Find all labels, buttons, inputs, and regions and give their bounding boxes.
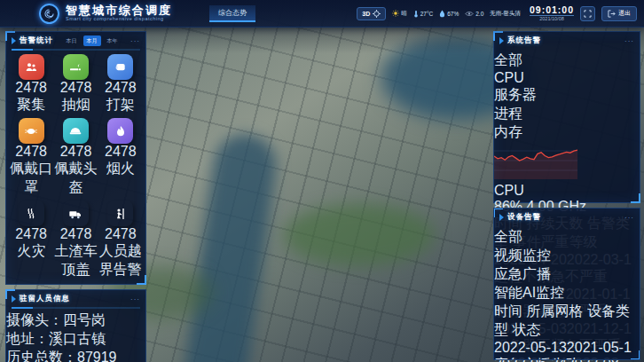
truck-icon: [63, 201, 89, 226]
3d-mode-toggle[interactable]: 3D: [357, 7, 386, 20]
divider: [12, 49, 140, 51]
tab-video-monitor[interactable]: 视频监控: [494, 247, 640, 265]
tab-ai-monitor[interactable]: 智能AI监控: [494, 284, 640, 303]
weather-forecast-text: 无雨-鳌头清: [490, 10, 521, 18]
panel-arrow-icon: [12, 37, 16, 44]
smoking-icon: [63, 54, 89, 80]
3d-label: 3D: [362, 11, 370, 17]
fullscreen-button[interactable]: [580, 6, 595, 21]
address-field: 地址：溪口古镇: [6, 330, 145, 349]
more-menu-icon[interactable]: ···: [130, 295, 140, 303]
humidity-icon: [439, 10, 445, 18]
alarm-stat-truck[interactable]: 2478 土渣车顶盖: [53, 201, 98, 279]
panel-title: 驻留人员信息: [20, 294, 70, 304]
flame-icon: [107, 118, 133, 144]
panel-device-alarm: 设备告警 ··· 全部 视频监控 应急广播 智能AI监控 时间 所属网格 设备类…: [493, 208, 640, 360]
camera-field: 摄像头：四号岗: [6, 311, 145, 330]
panel-resident-info: 驻留人员信息 ··· 摄像头：四号岗 地址：溪口古镇 历史总数：87919 实时…: [5, 289, 146, 362]
crowd-icon: [19, 54, 44, 80]
tab-all[interactable]: 全部: [494, 51, 640, 70]
more-menu-icon[interactable]: ···: [624, 37, 634, 45]
page-subtitle: Smart city comprehensive dispatching: [66, 17, 172, 22]
alarm-stat-fight[interactable]: 2478 打架: [98, 54, 143, 114]
tab-memory[interactable]: 内存: [494, 123, 640, 142]
top-header-bar: 智慧城市综合调度 Smart city comprehensive dispat…: [0, 0, 644, 28]
more-menu-icon[interactable]: ···: [130, 37, 140, 45]
cpu-chart-label: CPU: [494, 183, 640, 199]
panel-title: 设备告警: [507, 212, 541, 223]
thermometer-icon: [413, 10, 419, 18]
crosshair-icon: [373, 10, 381, 18]
tab-emergency-broadcast[interactable]: 应急广播: [494, 265, 640, 284]
table-header-row: 时间 所属网格 设备类型 状态: [494, 303, 640, 340]
panel-arrow-icon: [499, 37, 504, 44]
cpu-usage-chart: [494, 142, 640, 183]
history-total-bar: 历史总数：87919: [6, 349, 145, 362]
tab-server[interactable]: 服务器: [494, 86, 640, 105]
alarm-stat-mask[interactable]: 2478 佩戴口罩: [9, 118, 53, 197]
clock-time: 09:01:00: [530, 5, 574, 17]
divider: [12, 307, 140, 309]
mask-icon: [19, 118, 44, 144]
logout-button[interactable]: 退出: [601, 6, 637, 21]
panel-system-alarm: 系统告警 ··· 全部 CPU 服务器 进程 内存 CPU 86% 4.00 G…: [493, 31, 640, 203]
tab-overview[interactable]: 综合态势: [209, 5, 255, 22]
panel-arrow-icon: [12, 295, 16, 303]
alarm-stat-crowd[interactable]: 2478 聚集: [9, 54, 53, 114]
person-cross-icon: [107, 201, 133, 226]
alarm-stat-smoking[interactable]: 2478 抽烟: [53, 54, 98, 114]
logout-icon: [608, 10, 616, 18]
fullscreen-icon: [584, 10, 592, 18]
table-row[interactable]: 2022-05-132021-05-1应急广播失败: [494, 340, 640, 360]
tab-cpu[interactable]: CPU: [494, 70, 640, 86]
alarm-stat-smoke-fire[interactable]: 2478 烟火: [98, 118, 143, 197]
clock-date: 2021/10/08: [530, 17, 574, 22]
tab-process[interactable]: 进程: [494, 105, 640, 123]
clock-widget: 09:01:00 2021/10/08: [530, 5, 574, 22]
panel-alarm-statistics: 告警统计 本日 本月 本年 ··· 2478 聚集 2478 抽烟 2478: [5, 31, 146, 285]
tab-all[interactable]: 全部: [494, 228, 640, 247]
temperature-readout: 27°C: [413, 10, 434, 18]
fire-icon: [19, 201, 44, 226]
tab-this-year[interactable]: 本年: [104, 35, 122, 46]
tab-today[interactable]: 本日: [63, 35, 81, 46]
app-logo-icon: [39, 4, 59, 24]
sun-icon: [392, 10, 399, 17]
tab-this-month[interactable]: 本月: [83, 35, 101, 46]
alarm-stat-helmet[interactable]: 2478 佩戴头盔: [53, 118, 98, 197]
device-alarm-table: 时间 所属网格 设备类型 状态 2022-05-132021-05-1应急广播失…: [494, 303, 640, 360]
panel-title: 告警统计: [20, 35, 53, 46]
humidity-readout: 67%: [439, 10, 459, 18]
panel-title: 系统告警: [507, 35, 541, 46]
fight-icon: [107, 54, 133, 80]
visibility-readout: 2.0: [465, 11, 483, 17]
eye-icon: [465, 11, 474, 17]
page-title: 智慧城市综合调度: [66, 4, 172, 16]
alarm-stat-person-cross[interactable]: 2478 人员越界告警: [98, 201, 143, 279]
more-menu-icon[interactable]: ···: [624, 214, 634, 222]
weather-condition: 晴: [392, 10, 407, 18]
helmet-icon: [63, 118, 89, 144]
alarm-stat-fire[interactable]: 2478 火灾: [9, 201, 53, 279]
panel-arrow-icon: [499, 214, 504, 221]
